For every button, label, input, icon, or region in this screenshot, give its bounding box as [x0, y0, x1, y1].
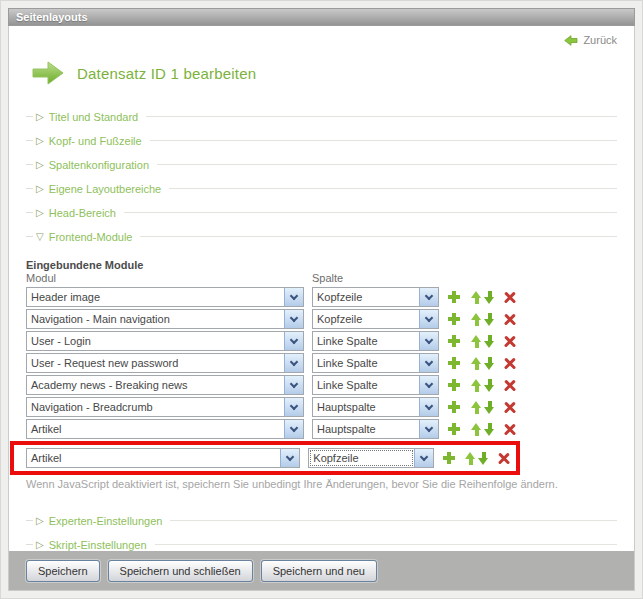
dropdown-button[interactable]: [284, 376, 303, 394]
move-down-icon[interactable]: [478, 452, 489, 465]
delete-row-icon[interactable]: [504, 291, 516, 303]
dropdown-button[interactable]: [284, 288, 303, 306]
delete-row-icon[interactable]: [498, 452, 510, 464]
javascript-note: Wenn JavaScript deaktiviert ist, speiche…: [26, 478, 617, 490]
section-head-bereich[interactable]: ▷ Head-Bereich: [26, 206, 617, 219]
module-select[interactable]: Artikel: [26, 448, 300, 468]
dropdown-button[interactable]: [284, 398, 303, 416]
delete-row-icon[interactable]: [504, 379, 516, 391]
section-kopf-und-fusszeile[interactable]: ▷ Kopf- und Fußzeile: [26, 134, 617, 147]
collapsed-toggle-icon[interactable]: ▷: [36, 160, 44, 170]
delete-row-icon[interactable]: [504, 401, 516, 413]
move-up-icon[interactable]: [471, 313, 482, 326]
column-select[interactable]: Linke Spalte: [312, 331, 439, 351]
delete-row-icon[interactable]: [504, 335, 516, 347]
move-down-icon[interactable]: [484, 291, 495, 304]
collapsed-toggle-icon[interactable]: ▷: [36, 112, 44, 122]
move-down-icon[interactable]: [484, 401, 495, 414]
add-row-icon[interactable]: [448, 291, 460, 303]
add-row-icon[interactable]: [448, 379, 460, 391]
add-row-icon[interactable]: [448, 357, 460, 369]
column-select[interactable]: Linke Spalte: [312, 375, 439, 395]
dropdown-button[interactable]: [419, 376, 438, 394]
add-row-icon[interactable]: [448, 335, 460, 347]
section-label[interactable]: Kopf- und Fußzeile: [49, 135, 142, 147]
section-line-stub: [26, 116, 33, 117]
add-row-icon[interactable]: [443, 452, 455, 464]
dropdown-button[interactable]: [419, 354, 438, 372]
add-row-icon[interactable]: [448, 401, 460, 413]
column-select[interactable]: Kopfzeile: [308, 448, 433, 468]
move-up-icon[interactable]: [471, 379, 482, 392]
column-select[interactable]: Kopfzeile: [312, 287, 439, 307]
module-select[interactable]: Navigation - Breadcrumb: [26, 397, 304, 417]
section-line-stub: [26, 236, 33, 237]
move-down-icon[interactable]: [484, 335, 495, 348]
dropdown-button[interactable]: [284, 420, 303, 438]
dropdown-button[interactable]: [419, 420, 438, 438]
collapsed-toggle-icon[interactable]: ▷: [36, 540, 44, 550]
dropdown-button[interactable]: [419, 288, 438, 306]
module-select[interactable]: User - Request new password: [26, 353, 304, 373]
section-label[interactable]: Titel und Standard: [49, 111, 138, 123]
save-button[interactable]: Speichern: [26, 560, 100, 582]
move-up-icon[interactable]: [465, 452, 476, 465]
move-down-icon[interactable]: [484, 379, 495, 392]
save-and-close-button[interactable]: Speichern und schließen: [108, 560, 253, 582]
module-select-value: Academy news - Breaking news: [27, 376, 284, 394]
add-row-icon[interactable]: [448, 313, 460, 325]
save-and-new-button[interactable]: Speichern und neu: [261, 560, 377, 582]
column-select[interactable]: Hauptspalte: [312, 397, 439, 417]
dropdown-button[interactable]: [419, 310, 438, 328]
move-up-icon[interactable]: [471, 357, 482, 370]
delete-row-icon[interactable]: [504, 423, 516, 435]
collapsed-toggle-icon[interactable]: ▷: [36, 184, 44, 194]
dropdown-button[interactable]: [284, 354, 303, 372]
dropdown-button[interactable]: [419, 398, 438, 416]
dropdown-button[interactable]: [284, 332, 303, 350]
module-select[interactable]: Header image: [26, 287, 304, 307]
move-down-icon[interactable]: [484, 313, 495, 326]
move-up-icon[interactable]: [471, 335, 482, 348]
module-select[interactable]: Artikel: [26, 419, 304, 439]
module-select[interactable]: Academy news - Breaking news: [26, 375, 304, 395]
move-up-icon[interactable]: [471, 291, 482, 304]
section-skript-einstellungen[interactable]: ▷ Skript-Einstellungen: [26, 538, 617, 551]
section-label[interactable]: Head-Bereich: [49, 207, 116, 219]
section-experten-einstellungen[interactable]: ▷ Experten-Einstellungen: [26, 514, 617, 527]
add-row-icon[interactable]: [448, 423, 460, 435]
move-up-icon[interactable]: [471, 401, 482, 414]
module-select[interactable]: User - Login: [26, 331, 304, 351]
module-select-value: Navigation - Breadcrumb: [27, 398, 284, 416]
collapsed-toggle-icon[interactable]: ▷: [36, 208, 44, 218]
module-row: Academy news - Breaking news Linke Spalt…: [26, 375, 617, 395]
chevron-down-icon: [425, 423, 433, 431]
dropdown-button[interactable]: [414, 449, 433, 467]
expanded-toggle-icon[interactable]: ▽: [36, 232, 44, 242]
section-eigene-layoutbereiche[interactable]: ▷ Eigene Layoutbereiche: [26, 182, 617, 195]
collapsed-toggle-icon[interactable]: ▷: [36, 516, 44, 526]
section-divider: [169, 188, 617, 189]
section-label[interactable]: Spaltenkonfiguration: [49, 159, 149, 171]
section-label[interactable]: Skript-Einstellungen: [49, 539, 147, 551]
module-select[interactable]: Navigation - Main navigation: [26, 309, 304, 329]
dropdown-button[interactable]: [280, 449, 299, 467]
delete-row-icon[interactable]: [504, 313, 516, 325]
column-select[interactable]: Hauptspalte: [312, 419, 439, 439]
delete-row-icon[interactable]: [504, 357, 516, 369]
dropdown-button[interactable]: [284, 310, 303, 328]
move-down-icon[interactable]: [484, 357, 495, 370]
column-select[interactable]: Linke Spalte: [312, 353, 439, 373]
section-label[interactable]: Frontend-Module: [49, 231, 133, 243]
section-frontend-module[interactable]: ▽ Frontend-Module: [26, 230, 617, 243]
move-down-icon[interactable]: [484, 423, 495, 436]
collapsed-toggle-icon[interactable]: ▷: [36, 136, 44, 146]
move-up-icon[interactable]: [471, 423, 482, 436]
section-label[interactable]: Experten-Einstellungen: [49, 515, 163, 527]
section-titel-und-standard[interactable]: ▷ Titel und Standard: [26, 110, 617, 123]
back-button[interactable]: Zurück: [564, 34, 617, 46]
section-spaltenkonfiguration[interactable]: ▷ Spaltenkonfiguration: [26, 158, 617, 171]
column-select[interactable]: Kopfzeile: [312, 309, 439, 329]
dropdown-button[interactable]: [419, 332, 438, 350]
section-label[interactable]: Eigene Layoutbereiche: [49, 183, 162, 195]
